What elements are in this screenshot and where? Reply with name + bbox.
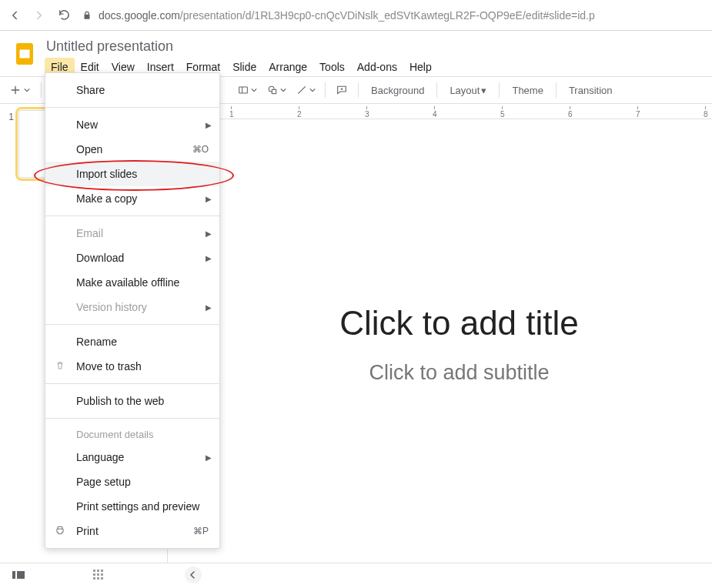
svg-rect-14 [93, 577, 95, 580]
menu-import-slides[interactable]: Import slides [45, 162, 219, 186]
menu-offline[interactable]: Make available offline [45, 270, 219, 295]
slide-canvas[interactable]: 1 2 3 4 5 6 7 8 Click to add title Click… [168, 104, 712, 563]
menu-label: Import slides [76, 168, 137, 180]
svg-rect-6 [12, 571, 15, 579]
svg-rect-16 [101, 577, 103, 580]
menu-email: Email▶ [45, 221, 219, 246]
shape-button[interactable] [263, 80, 289, 100]
menu-make-copy[interactable]: Make a copy▶ [45, 186, 219, 211]
toolbar-separator [325, 82, 326, 98]
ruler-tick: 7 [636, 106, 640, 119]
svg-rect-12 [97, 573, 99, 576]
line-button[interactable] [292, 80, 319, 100]
menu-share[interactable]: Share [45, 78, 219, 102]
comment-button[interactable] [332, 80, 352, 100]
menu-version-history: Version history▶ [45, 295, 219, 319]
menu-label: Download [76, 252, 124, 264]
menu-label: Print [76, 525, 99, 537]
menu-page-setup[interactable]: Page setup [45, 469, 219, 494]
ruler-tick: 4 [433, 106, 437, 119]
transition-button[interactable]: Transition [563, 85, 619, 96]
menu-label: Make available offline [76, 276, 179, 289]
svg-rect-7 [17, 571, 25, 579]
doc-title[interactable]: Untitled presentation [45, 37, 438, 58]
menu-label: Language [76, 451, 124, 463]
ruler-tick: 5 [500, 106, 505, 119]
slides-logo-icon[interactable] [11, 40, 38, 68]
menu-label: Make a copy [76, 192, 137, 205]
submenu-arrow-icon: ▶ [206, 254, 212, 262]
ruler-tick: 8 [704, 106, 708, 119]
url-host: docs.google.com [99, 9, 180, 22]
menu-separator [45, 324, 219, 325]
menu-separator [45, 215, 219, 216]
menu-shortcut: ⌘O [192, 144, 209, 155]
menu-language[interactable]: Language▶ [45, 445, 219, 469]
layout-button[interactable]: Layout▾ [443, 85, 493, 96]
menu-label: Publish to the web [76, 395, 164, 407]
svg-rect-15 [97, 577, 99, 580]
address-bar[interactable]: docs.google.com/presentation/d/1RL3H9cp0… [82, 9, 704, 22]
theme-button[interactable]: Theme [506, 85, 549, 96]
toolbar-separator [358, 82, 359, 98]
menu-print-settings[interactable]: Print settings and preview [45, 494, 219, 519]
submenu-arrow-icon: ▶ [206, 121, 212, 129]
forward-icon[interactable] [32, 8, 46, 22]
menu-arrange[interactable]: Arrange [262, 58, 313, 76]
layout-label: Layout [450, 85, 480, 96]
menu-label: Open [76, 143, 102, 155]
menu-label: Rename [76, 336, 117, 348]
submenu-arrow-icon: ▶ [206, 303, 212, 312]
menu-tools[interactable]: Tools [313, 58, 351, 76]
submenu-arrow-icon: ▶ [206, 229, 212, 238]
submenu-arrow-icon: ▶ [206, 195, 212, 203]
menu-label: Share [76, 84, 105, 96]
zoom-fit-button[interactable] [234, 80, 260, 100]
horizontal-ruler: 1 2 3 4 5 6 7 8 [168, 104, 712, 119]
menu-addons[interactable]: Add-ons [351, 58, 403, 76]
collapse-panel-button[interactable] [185, 566, 202, 583]
bottom-bar [0, 563, 712, 586]
menu-label: Version history [76, 301, 147, 313]
url-text: docs.google.com/presentation/d/1RL3H9cp0… [99, 9, 595, 22]
ruler-tick: 3 [365, 106, 369, 119]
menu-publish[interactable]: Publish to the web [45, 389, 219, 413]
file-menu-dropdown: Share New▶ Open⌘O Import slides Make a c… [45, 72, 220, 549]
menu-open[interactable]: Open⌘O [45, 137, 219, 162]
trash-icon [55, 360, 65, 373]
svg-rect-10 [101, 570, 103, 572]
menu-slide[interactable]: Slide [226, 58, 262, 76]
menu-label: Email [76, 227, 103, 239]
ruler-tick: 6 [568, 106, 573, 119]
menu-trash[interactable]: Move to trash [45, 354, 219, 379]
menu-download[interactable]: Download▶ [45, 246, 219, 270]
svg-rect-11 [93, 573, 95, 576]
title-placeholder[interactable]: Click to add title [339, 304, 579, 342]
menu-label: New [76, 119, 98, 131]
menu-shortcut: ⌘P [193, 526, 209, 536]
menu-section-header: Document details [45, 423, 219, 445]
back-icon[interactable] [8, 8, 22, 22]
svg-rect-13 [101, 573, 103, 576]
menu-new[interactable]: New▶ [45, 112, 219, 137]
menu-label: Move to trash [76, 360, 142, 373]
reload-icon[interactable] [57, 8, 71, 22]
svg-rect-8 [93, 570, 95, 572]
menu-rename[interactable]: Rename [45, 329, 219, 354]
browser-chrome: docs.google.com/presentation/d/1RL3H9cp0… [0, 0, 712, 31]
background-button[interactable]: Background [365, 85, 430, 96]
toolbar-separator [556, 82, 557, 98]
url-path: /presentation/d/1RL3H9cp0-cnQcVDiNslk_ed… [180, 9, 595, 22]
slide-editor[interactable]: Click to add title Click to add subtitle [214, 304, 704, 385]
lock-icon [82, 10, 92, 21]
ruler-tick: 1 [229, 106, 234, 119]
toolbar-separator [41, 82, 42, 98]
submenu-arrow-icon: ▶ [206, 453, 212, 462]
grid-view-icon[interactable] [89, 566, 108, 584]
menu-print[interactable]: Print ⌘P [45, 519, 219, 543]
subtitle-placeholder[interactable]: Click to add subtitle [369, 361, 549, 385]
menu-separator [45, 418, 219, 419]
new-slide-button[interactable] [6, 80, 33, 100]
filmstrip-view-icon[interactable] [9, 566, 28, 584]
menu-help[interactable]: Help [403, 58, 438, 76]
